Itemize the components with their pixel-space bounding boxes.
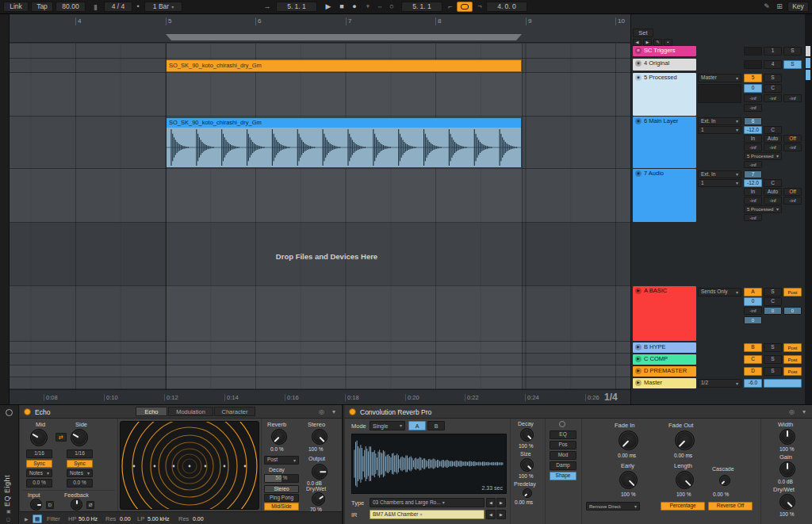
return-header-d-premaster[interactable]: ▶D PREMASTER [633, 366, 696, 377]
mid-sync-button[interactable]: Sync [26, 460, 52, 468]
draw-automation-icon[interactable]: ✎ [653, 39, 662, 46]
marker-prev-icon[interactable]: ◀ [633, 39, 642, 46]
capture-midi-icon[interactable]: ○ [387, 1, 396, 13]
length-value[interactable]: 100 % [676, 492, 691, 498]
link-button[interactable]: Link [3, 2, 29, 12]
mid-time-knob[interactable] [30, 429, 48, 446]
solo-button[interactable]: S [764, 367, 782, 376]
track-number-box[interactable]: C [744, 355, 762, 364]
early-value[interactable]: 100 % [621, 492, 635, 498]
percentage-button[interactable]: Percentage [661, 502, 705, 511]
conv-drywet-knob[interactable] [779, 494, 795, 510]
track-number-box[interactable]: 4 [764, 60, 782, 69]
width-value[interactable]: 100 % [779, 447, 794, 453]
channel-mode-pingpong-button[interactable]: Ping Pong [264, 494, 299, 502]
shape-section-button[interactable]: Shape [550, 472, 576, 480]
send-b-box[interactable]: -inf [764, 94, 782, 102]
volume-box[interactable]: 0 [744, 297, 762, 306]
gain-value[interactable]: 0.0 dB [778, 480, 793, 485]
hp-res-value[interactable]: 0.00 [120, 516, 131, 522]
ir-next-icon[interactable]: ▶ [496, 510, 506, 519]
ir-display[interactable]: 2.33 sec [351, 434, 507, 494]
send-b-box[interactable]: -inf [764, 143, 782, 151]
cascade-value[interactable]: 0.00 % [713, 492, 729, 498]
time-ruler[interactable]: 0:08 0:10 0:12 0:14 0:16 0:18 0:20 0:22 … [10, 389, 630, 404]
size-value[interactable]: 100 % [519, 474, 533, 480]
output-routing-chooser[interactable]: 5 Processed [744, 152, 782, 160]
stereo-link-button[interactable]: ⇄ [56, 433, 67, 442]
beat-time-ruler[interactable]: 4 5 6 7 8 9 10 [10, 14, 630, 43]
mod-section-button[interactable]: Mod [550, 451, 576, 460]
eq-section-button[interactable]: EQ [550, 430, 576, 439]
reverse-button[interactable]: Reverse Off [708, 502, 753, 511]
convolution-title-bar[interactable]: Convolution Reverb Pro ◎ ▾ [345, 405, 812, 419]
io-box[interactable] [744, 60, 762, 69]
arrangement-position-display[interactable]: 5. 1. 1 [276, 2, 317, 12]
key-map-button[interactable]: Key [787, 2, 809, 12]
ir-slot-b-button[interactable]: B [427, 421, 445, 430]
track-header-5-processed[interactable]: ◉5 Processed [633, 73, 696, 116]
cue-volume-box[interactable] [764, 379, 802, 388]
conv-decay-value[interactable]: 100 % [519, 444, 533, 449]
hp-freq-value[interactable]: 50.0 Hz [79, 516, 98, 522]
device-activator-icon[interactable] [6, 409, 13, 416]
return-header-a-basic[interactable]: ▶A BASIC [633, 286, 696, 341]
predelay-value[interactable]: 0.00 ms [515, 500, 533, 506]
track-number-box[interactable]: 5 [744, 74, 762, 82]
loop-switch[interactable] [457, 2, 473, 12]
solo-button[interactable]: S [764, 343, 782, 352]
side-mode-chooser[interactable]: Notes [67, 469, 93, 477]
session-overdub-icon[interactable]: ◦◦ [374, 1, 385, 13]
tab-character[interactable]: Character [214, 407, 255, 416]
fadeout-value[interactable]: 0.00 ms [674, 453, 692, 459]
track-number-box[interactable]: 1 [764, 47, 782, 55]
grid-icon[interactable]: ⊞ [774, 1, 785, 13]
pre-post-toggle[interactable]: Post [783, 355, 802, 364]
punch-out-icon[interactable]: ¬ [475, 1, 485, 13]
return-lane[interactable] [10, 365, 630, 377]
return-header-b-hype[interactable]: ▶B HYPE [633, 342, 696, 353]
punch-in-icon[interactable]: ⌐ [446, 1, 455, 13]
collapsed-device-eq-eight[interactable]: EQ Eight ▣ ◻ [0, 405, 19, 524]
device-fold-icon[interactable]: ▣ [6, 508, 11, 514]
track-lane[interactable] [10, 44, 630, 59]
tab-echo[interactable]: Echo [136, 407, 167, 416]
return-lane[interactable] [10, 342, 630, 354]
arrangement-scrollbar[interactable] [805, 14, 812, 404]
remove-direct-chooser[interactable]: Remove Direct [586, 502, 640, 511]
volume-box[interactable]: -12.0 [744, 126, 762, 134]
convolution-fold-icon[interactable]: ▾ [802, 408, 806, 415]
reverb-value[interactable]: 0.0 % [270, 447, 284, 453]
type-chooser[interactable]: 03 Chambers and Large Ro... [370, 498, 485, 507]
invert-button[interactable]: Ø [86, 501, 94, 509]
monitor-auto-button[interactable]: Auto [764, 135, 782, 143]
width-knob[interactable] [779, 429, 795, 445]
return-lane[interactable] [10, 354, 630, 365]
fadeout-knob[interactable] [675, 430, 695, 450]
track-lane[interactable] [10, 73, 630, 117]
side-time-knob[interactable] [71, 429, 88, 446]
clip-title-bar[interactable]: SO_SK_90_koto_chirashi_dry_Gm [167, 118, 521, 128]
send-c-box[interactable]: -inf [783, 197, 802, 205]
track-number-box[interactable]: 7 [744, 170, 762, 178]
metronome-icon[interactable]: |||| [89, 1, 102, 13]
send-b-box[interactable]: -inf [764, 197, 782, 205]
damp-section-button[interactable]: Damp [550, 461, 576, 470]
conv-decay-knob[interactable] [520, 428, 534, 442]
pan-box[interactable]: C [764, 84, 782, 93]
audio-clip[interactable]: SO_SK_90_koto_chirashi_dry_Gm [166, 117, 522, 168]
marker-next-icon[interactable]: ▶ [643, 39, 652, 46]
drive-button[interactable]: D [46, 501, 54, 509]
output-routing-chooser[interactable]: Sends Only [698, 288, 741, 296]
mode-chooser[interactable]: Single [370, 421, 405, 430]
send-a-box[interactable]: -inf [744, 94, 762, 102]
track-header-4-original[interactable]: ◉4 Original [633, 59, 696, 71]
tab-modulation[interactable]: Modulation [168, 407, 213, 416]
side-time-display[interactable]: 1/16 [67, 449, 93, 458]
monitor-off-button[interactable]: Off [783, 135, 802, 143]
input-routing-chooser[interactable]: Ext. In [698, 170, 741, 178]
echo-visualizer[interactable] [120, 421, 259, 510]
track-number-box[interactable]: 6 [744, 117, 762, 125]
stop-icon[interactable]: ■ [336, 1, 347, 13]
length-knob[interactable] [676, 471, 694, 489]
